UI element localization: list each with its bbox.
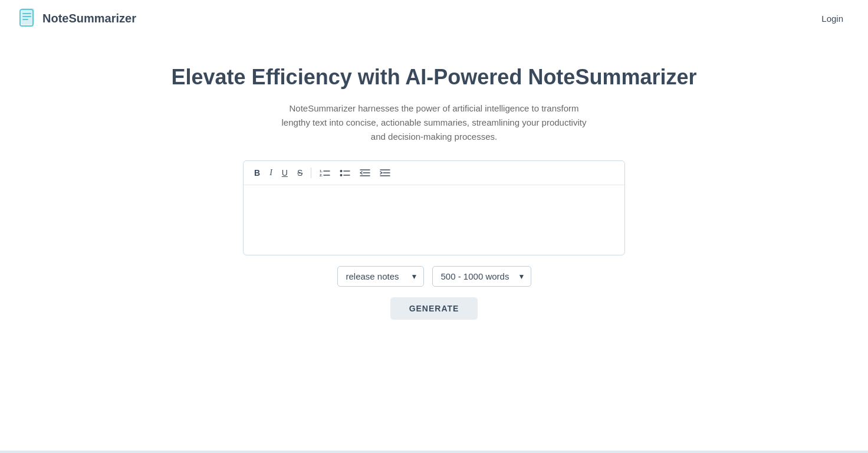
- indent-decrease-icon: [360, 168, 370, 178]
- generate-button[interactable]: GENERATE: [390, 297, 478, 320]
- type-select-wrapper: release notes meeting notes article emai…: [337, 266, 424, 287]
- indent-increase-icon: [380, 168, 390, 178]
- strikethrough-button[interactable]: S: [294, 166, 306, 179]
- ordered-list-button[interactable]: 1. 2.: [316, 166, 334, 180]
- editor-textarea[interactable]: [244, 185, 624, 252]
- footer-bar: [0, 451, 868, 453]
- main-content: Elevate Efficiency with AI-Powered NoteS…: [0, 37, 868, 320]
- logo-link[interactable]: NoteSummarizer: [19, 7, 136, 29]
- svg-text:1.: 1.: [320, 169, 323, 173]
- hero-subtitle: NoteSummarizer harnesses the power of ar…: [275, 101, 593, 144]
- unordered-list-icon: [340, 168, 350, 178]
- logo-text: NoteSummarizer: [42, 12, 136, 25]
- controls-row: release notes meeting notes article emai…: [337, 266, 531, 287]
- svg-text:2.: 2.: [320, 173, 323, 177]
- svg-point-11: [340, 174, 343, 176]
- navbar: NoteSummarizer Login: [0, 0, 868, 37]
- svg-point-9: [340, 170, 343, 172]
- italic-button[interactable]: I: [266, 166, 276, 179]
- toolbar-divider-1: [311, 168, 311, 178]
- indent-increase-button[interactable]: [376, 166, 394, 180]
- type-select[interactable]: release notes meeting notes article emai…: [337, 266, 424, 287]
- length-select[interactable]: 100 - 250 words 250 - 500 words 500 - 10…: [432, 266, 531, 287]
- bold-button[interactable]: B: [251, 166, 264, 179]
- indent-decrease-button[interactable]: [356, 166, 374, 180]
- login-button[interactable]: Login: [816, 10, 849, 27]
- unordered-list-button[interactable]: [336, 166, 354, 180]
- hero-title: Elevate Efficiency with AI-Powered NoteS…: [172, 65, 697, 90]
- ordered-list-icon: 1. 2.: [320, 168, 330, 178]
- editor-container: B I U S 1. 2.: [243, 160, 625, 255]
- logo-icon: [19, 7, 38, 29]
- length-select-wrapper: 100 - 250 words 250 - 500 words 500 - 10…: [432, 266, 531, 287]
- toolbar: B I U S 1. 2.: [244, 161, 624, 185]
- underline-button[interactable]: U: [278, 166, 291, 179]
